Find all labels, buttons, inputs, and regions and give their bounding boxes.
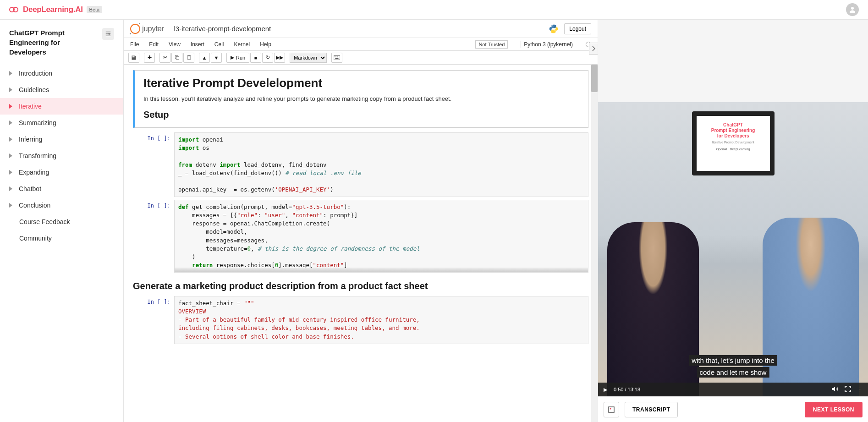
menu-edit[interactable]: Edit — [149, 41, 159, 48]
copy-button[interactable] — [171, 53, 182, 63]
save-button[interactable] — [128, 53, 139, 63]
play-icon — [9, 104, 12, 109]
slide-title: ChatGPT Prompt Engineering for Developer… — [703, 122, 764, 139]
brand-text: DeepLearning.AI — [23, 5, 83, 14]
move-up-button[interactable]: ▲ — [199, 53, 210, 63]
play-icon — [9, 170, 12, 175]
kernel-name[interactable]: Python 3 (ipykernel) — [521, 41, 573, 48]
sidebar-item-conclusion[interactable]: Conclusion — [0, 197, 123, 214]
menu-file[interactable]: File — [130, 41, 139, 48]
jupyter-logo-icon — [130, 24, 140, 34]
section-heading: Generate a marketing product description… — [133, 281, 588, 291]
svg-rect-10 — [334, 55, 340, 60]
menu-kernel[interactable]: Kernel — [234, 41, 250, 48]
person-icon — [848, 5, 857, 14]
sidebar-item-label: Iterative — [19, 103, 42, 110]
jupyter-logo-text: jupyter — [142, 24, 164, 33]
slide-subtitle: Iterative Prompt Development — [703, 141, 764, 144]
cell-type-select[interactable]: Markdown — [290, 53, 327, 63]
scrollbar-track[interactable] — [591, 65, 598, 422]
play-button[interactable]: ▶ — [604, 387, 607, 393]
sidebar-item-chatbot[interactable]: Chatbot — [0, 181, 123, 197]
logout-button[interactable]: Logout — [564, 23, 591, 34]
sidebar-item-label: Community — [19, 235, 52, 242]
code-input[interactable]: fact_sheet_chair = """ OVERVIEW - Part o… — [174, 296, 588, 344]
brand-logo[interactable]: DeepLearning.AI Beta — [9, 5, 102, 14]
more-options-button[interactable]: ⋮ — [857, 387, 863, 393]
sidebar-item-summarizing[interactable]: Summarizing — [0, 115, 123, 131]
next-lesson-button[interactable]: NEXT LESSON — [805, 402, 863, 417]
sidebar-item-introduction[interactable]: Introduction — [0, 65, 123, 82]
play-icon — [9, 121, 12, 125]
sidebar-item-course-feedback[interactable]: Course Feedback — [0, 214, 123, 230]
svg-point-4 — [552, 25, 553, 26]
scrollbar-thumb[interactable] — [591, 65, 598, 92]
notes-button[interactable] — [604, 402, 619, 417]
menu-view[interactable]: View — [169, 41, 181, 48]
video-time: 0:50 / 13:18 — [614, 387, 640, 392]
video-pane: ChatGPT Prompt Engineering for Developer… — [598, 20, 868, 422]
sidebar-item-transforming[interactable]: Transforming — [0, 148, 123, 164]
svg-rect-7 — [176, 56, 179, 59]
svg-point-2 — [14, 7, 15, 9]
brand-icon — [9, 5, 19, 14]
play-icon — [9, 186, 12, 191]
fullscreen-button[interactable] — [845, 386, 851, 393]
paste-icon — [187, 55, 192, 60]
svg-point-3 — [851, 7, 854, 10]
sidebar-item-inferring[interactable]: Inferring — [0, 131, 123, 148]
code-cell[interactable]: In [ ]: import openai import os from dot… — [133, 132, 588, 197]
notes-icon — [608, 406, 615, 413]
sidebar-item-label: Introduction — [19, 70, 52, 77]
menu-cell[interactable]: Cell — [214, 41, 224, 48]
sidebar-item-guidelines[interactable]: Guidelines — [0, 82, 123, 98]
sidebar-item-label: Expanding — [19, 169, 49, 176]
user-avatar[interactable] — [846, 3, 859, 16]
code-input[interactable]: import openai import os from dotenv impo… — [174, 132, 588, 197]
video-player[interactable]: ChatGPT Prompt Engineering for Developer… — [598, 102, 868, 396]
app-header: DeepLearning.AI Beta — [0, 0, 868, 20]
menu-help[interactable]: Help — [260, 41, 271, 48]
svg-rect-9 — [188, 55, 190, 56]
command-palette-button[interactable] — [331, 53, 342, 63]
video-captions: with that, let's jump into the code and … — [689, 355, 777, 379]
sidebar-item-label: Conclusion — [19, 202, 50, 209]
jupyter-header: jupyter l3-iterative-prompt-development … — [124, 20, 598, 38]
run-button[interactable]: ▶ Run — [226, 53, 249, 63]
cut-button[interactable]: ✂ — [159, 53, 170, 63]
stop-button[interactable]: ■ — [250, 53, 261, 63]
code-input[interactable]: def get_completion(prompt, model="gpt-3.… — [174, 200, 588, 273]
svg-rect-15 — [609, 407, 614, 412]
svg-rect-13 — [337, 56, 338, 57]
notebook-body[interactable]: Iterative Prompt Develelopment In this l… — [124, 65, 598, 422]
notebook-name[interactable]: l3-iterative-prompt-development — [174, 25, 271, 33]
svg-rect-11 — [335, 56, 335, 57]
setup-heading: Setup — [143, 110, 580, 120]
video-monitor-slide: ChatGPT Prompt Engineering for Developer… — [692, 111, 775, 175]
run-all-button[interactable]: ▶▶ — [274, 53, 285, 63]
svg-point-16 — [610, 408, 611, 409]
code-cell[interactable]: In [ ]: def get_completion(prompt, model… — [133, 200, 588, 273]
move-down-button[interactable]: ▼ — [211, 53, 222, 63]
menu-insert[interactable]: Insert — [191, 41, 204, 48]
markdown-cell[interactable]: Iterative Prompt Develelopment In this l… — [133, 70, 588, 128]
add-cell-button[interactable]: ✚ — [144, 53, 155, 63]
caption-line: with that, let's jump into the — [689, 355, 777, 366]
jupyter-logo[interactable]: jupyter — [130, 24, 164, 34]
notebook-title: Iterative Prompt Develelopment — [143, 76, 580, 90]
sidebar-item-iterative[interactable]: Iterative — [0, 98, 123, 115]
code-cell[interactable]: In [ ]: fact_sheet_chair = """ OVERVIEW … — [133, 296, 588, 344]
course-sidebar: ChatGPT Prompt Engineering for Developer… — [0, 20, 124, 422]
paste-button[interactable] — [183, 53, 194, 63]
sidebar-item-expanding[interactable]: Expanding — [0, 164, 123, 181]
beta-badge: Beta — [87, 6, 103, 13]
sidebar-item-community[interactable]: Community — [0, 230, 123, 247]
expand-panel-button[interactable] — [589, 43, 598, 55]
volume-button[interactable] — [831, 385, 838, 394]
transcript-button[interactable]: TRANSCRIPT — [625, 402, 678, 417]
not-trusted-button[interactable]: Not Trusted — [475, 40, 508, 49]
sidebar-item-label: Chatbot — [19, 185, 41, 192]
restart-button[interactable]: ↻ — [262, 53, 273, 63]
sidebar-item-label: Inferring — [19, 136, 42, 143]
sidebar-collapse-button[interactable] — [102, 28, 114, 40]
